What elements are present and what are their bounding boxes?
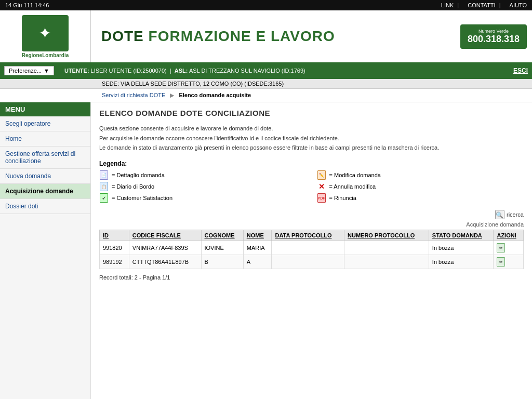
legend-annulla-label: = Annulla modifica bbox=[329, 183, 376, 190]
doc-icon: 📄 bbox=[100, 170, 108, 180]
search-icon: 🔍 bbox=[495, 210, 504, 219]
th-cognome[interactable]: COGNOME bbox=[201, 230, 243, 241]
th-azioni: AZIONI bbox=[494, 230, 524, 241]
header-title-rest: FORMAZIONE E LAVORO bbox=[144, 28, 335, 44]
logo-container: ✦ RegioneLombardia bbox=[22, 15, 69, 58]
esci-button[interactable]: ESCI bbox=[513, 67, 528, 74]
cell-azioni: ✏ bbox=[494, 255, 524, 269]
azioni-edit-icon[interactable]: ✏ bbox=[497, 257, 505, 267]
legend-item-customer-satisfaction: ✓ = Customer Satisfaction bbox=[99, 193, 307, 203]
numero-verde-label: Numero Verde bbox=[468, 29, 520, 34]
th-id[interactable]: ID bbox=[100, 230, 129, 241]
legend-rinuncia-label: = Rinuncia bbox=[329, 195, 356, 201]
breadcrumb: Servizi di richiesta DOTE ▶ Elenco doman… bbox=[0, 89, 532, 102]
content-area: ELENCO DOMANDE DOTE CONCILIAZIONE Questa… bbox=[91, 102, 532, 399]
data-table: ID CODICE FISCALE COGNOME NOME DATA PROT… bbox=[99, 230, 524, 269]
description-line-2: Per acquisire le domande occorre conosce… bbox=[99, 134, 524, 143]
header-title: DOTE FORMAZIONE E LAVORO bbox=[101, 28, 335, 45]
sidebar-item-home[interactable]: Home bbox=[0, 131, 90, 147]
legend-item-rinuncia: PDF = Rinuncia bbox=[317, 193, 524, 203]
utente-value: LISER UTENTE (ID:2500070) bbox=[91, 68, 167, 74]
sidebar-item-acquisizione-domande[interactable]: Acquisizione domande bbox=[0, 184, 90, 199]
legend-modifica-label: = Modifica domanda bbox=[329, 172, 381, 178]
record-count: Record totali: 2 - Pagina 1/1 bbox=[99, 274, 524, 281]
azioni-edit-icon[interactable]: ✏ bbox=[497, 243, 505, 252]
legend-dettaglio-label: = Dettaglio domanda bbox=[112, 172, 165, 178]
preferences-button[interactable]: Preferenze... ▼ bbox=[4, 66, 54, 75]
acquisizione-domanda-label: Acquisizione domanda bbox=[99, 221, 524, 228]
legend-item-diario: 📋 = Diario di Bordo bbox=[99, 182, 307, 191]
breadcrumb-current: Elenco domande acquisite bbox=[179, 92, 251, 98]
table-body: 991820 VNIMRA77A44F839S IOVINE MARIA In … bbox=[100, 241, 524, 269]
sidebar-item-scegli-operatore[interactable]: Scegli operatore bbox=[0, 116, 90, 131]
modifica-icon: ✏️ bbox=[317, 170, 326, 180]
logo-text: RegioneLombardia bbox=[22, 52, 69, 58]
legend-grid: 📄 = Dettaglio domanda ✏️ = Modifica doma… bbox=[99, 170, 524, 203]
th-data-protocollo[interactable]: DATA PROTOCOLLO bbox=[272, 230, 344, 241]
description-line-3: Le domande in stato di avanzamento già p… bbox=[99, 143, 524, 153]
cell-nome: MARIA bbox=[243, 241, 272, 255]
cell-id: 991820 bbox=[100, 241, 129, 255]
legend-customer-satisfaction-label: = Customer Satisfaction bbox=[112, 195, 172, 201]
legend-item-dettaglio: 📄 = Dettaglio domanda bbox=[99, 170, 307, 180]
cell-cognome: IOVINE bbox=[201, 241, 243, 255]
table-row: 991820 VNIMRA77A44F839S IOVINE MARIA In … bbox=[100, 241, 524, 255]
customer-satisfaction-icon: ✓ bbox=[99, 193, 109, 203]
header: ✦ RegioneLombardia DOTE FORMAZIONE E LAV… bbox=[0, 10, 532, 62]
preferences-arrow-icon: ▼ bbox=[44, 68, 49, 74]
user-info: UTENTE: LISER UTENTE (ID:2500070) | ASL:… bbox=[54, 68, 513, 74]
cell-data-protocollo bbox=[272, 255, 344, 269]
asl-label: ASL: bbox=[175, 68, 188, 74]
sidebar-item-dossier-doti[interactable]: Dossier doti bbox=[0, 199, 90, 214]
cell-nome: A bbox=[243, 255, 272, 269]
cell-stato-domanda: In bozza bbox=[429, 255, 494, 269]
rinuncia-icon: PDF bbox=[317, 193, 326, 203]
header-title-area: DOTE FORMAZIONE E LAVORO bbox=[91, 28, 460, 45]
cell-stato-domanda: In bozza bbox=[429, 241, 494, 255]
legend-diario-label: = Diario di Bordo bbox=[112, 183, 154, 190]
sede-label: SEDE: bbox=[102, 81, 119, 87]
header-title-dote: DOTE bbox=[101, 28, 144, 44]
sidebar-item-nuova-domanda[interactable]: Nuova domanda bbox=[0, 169, 90, 184]
top-bar-nav: LINK | CONTATTI | AIUTO bbox=[436, 2, 527, 8]
main-layout: MENU Scegli operatore Home Gestione offe… bbox=[0, 102, 532, 399]
toolbar: 🔍 ricerca bbox=[99, 210, 524, 219]
sede-bar: SEDE: VIA DELLA SEDE DISTRETTO, 12 COMO … bbox=[0, 79, 532, 89]
legend: Legenda: 📄 = Dettaglio domanda ✏️ = Modi… bbox=[99, 160, 524, 203]
aiuto-nav[interactable]: AIUTO bbox=[510, 2, 527, 8]
sidebar-menu-title: MENU bbox=[0, 102, 90, 116]
sidebar: MENU Scegli operatore Home Gestione offe… bbox=[0, 102, 91, 399]
th-stato-domanda[interactable]: STATO DOMANDA bbox=[429, 230, 494, 241]
legend-item-annulla: ✕ = Annulla modifica bbox=[317, 182, 524, 191]
link-nav[interactable]: LINK bbox=[441, 2, 454, 8]
numero-verde: Numero Verde 800.318.318 bbox=[460, 24, 527, 49]
th-codice-fiscale[interactable]: CODICE FISCALE bbox=[129, 230, 201, 241]
legend-item-modifica: ✏️ = Modifica domanda bbox=[317, 170, 524, 180]
breadcrumb-separator: ▶ bbox=[170, 92, 174, 98]
diary-icon: 📋 bbox=[100, 182, 108, 191]
table-row: 989192 CTTTQT86A41E897B B A In bozza ✏ bbox=[100, 255, 524, 269]
pdf-icon: PDF bbox=[317, 193, 326, 203]
cell-cognome: B bbox=[201, 255, 243, 269]
cell-numero-protocollo bbox=[344, 255, 429, 269]
description: Questa sezione consente di acquisire e l… bbox=[99, 124, 524, 153]
cell-codice-fiscale: CTTTQT86A41E897B bbox=[129, 255, 201, 269]
pencil-doc-icon: ✏️ bbox=[317, 170, 326, 180]
breadcrumb-link[interactable]: Servizi di richiesta DOTE bbox=[102, 92, 165, 98]
logo-icon: ✦ bbox=[38, 24, 51, 42]
nav-bar: Preferenze... ▼ UTENTE: LISER UTENTE (ID… bbox=[0, 62, 532, 79]
utente-label: UTENTE: bbox=[64, 68, 89, 74]
cell-id: 989192 bbox=[100, 255, 129, 269]
th-nome[interactable]: NOME bbox=[243, 230, 272, 241]
sidebar-item-gestione-offerta[interactable]: Gestione offerta servizi di conciliazion… bbox=[0, 147, 90, 169]
contatti-nav[interactable]: CONTATTI bbox=[468, 2, 495, 8]
logo-area: ✦ RegioneLombardia bbox=[0, 10, 91, 62]
green-check-icon: ✓ bbox=[100, 193, 108, 203]
ricerca-button[interactable]: 🔍 ricerca bbox=[495, 210, 524, 219]
annulla-icon: ✕ bbox=[317, 182, 326, 191]
th-numero-protocollo[interactable]: NUMERO PROTOCOLLO bbox=[344, 230, 429, 241]
status-badge: In bozza bbox=[432, 259, 454, 265]
datetime: 14 Giu 111 14:46 bbox=[5, 2, 49, 8]
red-x-icon: ✕ bbox=[318, 182, 325, 191]
cell-codice-fiscale: VNIMRA77A44F839S bbox=[129, 241, 201, 255]
